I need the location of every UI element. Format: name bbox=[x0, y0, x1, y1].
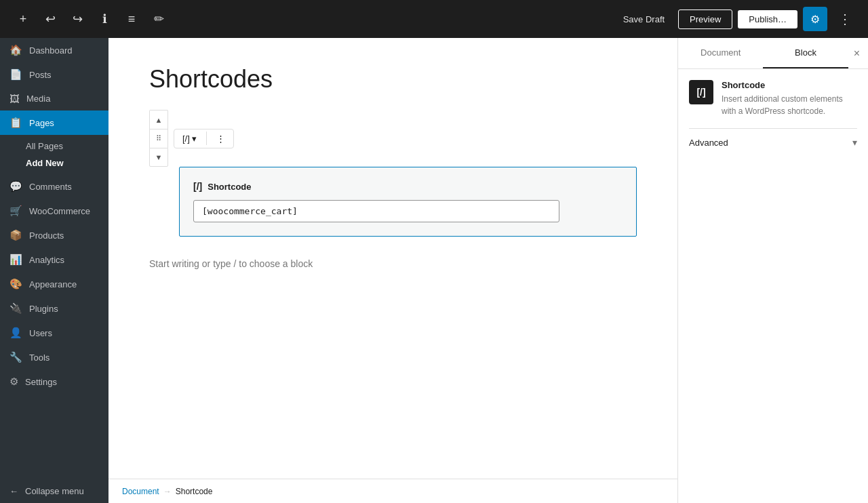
drag-handle-button[interactable]: ⠿ bbox=[149, 129, 168, 148]
posts-icon: 📄 bbox=[9, 68, 22, 81]
sidebar-item-appearance[interactable]: 🎨 Appearance bbox=[0, 272, 108, 296]
undo-button[interactable]: ↩ bbox=[38, 7, 62, 31]
sidebar-item-settings[interactable]: ⚙ Settings bbox=[0, 369, 108, 394]
block-info-icon: [/] bbox=[689, 80, 713, 104]
advanced-section: Advanced ▾ bbox=[689, 128, 857, 156]
sidebar-sub-all-pages[interactable]: All Pages bbox=[0, 138, 108, 155]
analytics-icon: 📊 bbox=[9, 254, 22, 266]
sidebar-item-media[interactable]: 🖼 Media bbox=[0, 87, 108, 110]
media-icon: 🖼 bbox=[9, 93, 20, 104]
advanced-label: Advanced bbox=[689, 138, 728, 148]
sidebar-item-label: WooCommerce bbox=[29, 206, 90, 216]
edit-button[interactable]: ✏ bbox=[146, 7, 171, 31]
block-info-card: [/] Shortcode Insert additional custom e… bbox=[689, 80, 857, 117]
sidebar-item-label: Posts bbox=[29, 70, 52, 80]
products-icon: 📦 bbox=[9, 229, 22, 241]
top-toolbar: + ↩ ↪ ℹ ≡ ✏ Save Draft Preview Publish… … bbox=[0, 0, 868, 38]
editor-breadcrumb: Document → Shortcode bbox=[108, 479, 677, 503]
sidebar-item-products[interactable]: 📦 Products bbox=[0, 223, 108, 247]
toolbar-separator bbox=[206, 132, 207, 145]
sidebar-item-label: Tools bbox=[29, 353, 50, 363]
sidebar-item-analytics[interactable]: 📊 Analytics bbox=[0, 247, 108, 272]
block-controls-bar: ▲ ⠿ ▼ [/] ▾ ⋮ bbox=[149, 110, 637, 167]
block-info-text: Shortcode Insert additional custom eleme… bbox=[722, 80, 857, 117]
add-block-button[interactable]: + bbox=[11, 7, 35, 31]
redo-icon: ↪ bbox=[73, 12, 83, 26]
undo-icon: ↩ bbox=[45, 12, 56, 26]
add-block-hint[interactable]: Start writing or type / to choose a bloc… bbox=[149, 253, 637, 275]
options-dots-icon: ⋮ bbox=[216, 134, 225, 144]
pages-submenu: All Pages Add New bbox=[0, 135, 108, 174]
sidebar-item-label: Products bbox=[29, 230, 64, 241]
editor-area: Shortcodes ▲ ⠿ ▼ [/] bbox=[108, 38, 677, 479]
advanced-toggle-button[interactable]: Advanced ▾ bbox=[689, 129, 857, 156]
list-view-button[interactable]: ≡ bbox=[119, 7, 144, 31]
sidebar-item-users[interactable]: 👤 Users bbox=[0, 321, 108, 345]
right-panel: Document Block × [/] Shortcode Insert ad… bbox=[677, 38, 868, 503]
save-draft-button[interactable]: Save Draft bbox=[615, 10, 673, 28]
panel-content: [/] Shortcode Insert additional custom e… bbox=[678, 69, 868, 503]
edit-icon: ✏ bbox=[154, 12, 164, 26]
collapse-label: Collapse menu bbox=[25, 486, 84, 496]
block-toolbar: [/] ▾ ⋮ bbox=[174, 129, 234, 148]
block-type-button[interactable]: [/] ▾ bbox=[177, 131, 202, 146]
shortcode-block-header: [/] Shortcode bbox=[193, 181, 623, 192]
sidebar-item-label: Settings bbox=[25, 377, 57, 387]
block-info-name: Shortcode bbox=[722, 80, 857, 90]
sidebar-item-comments[interactable]: 💬 Comments bbox=[0, 174, 108, 199]
sidebar-item-label: Pages bbox=[29, 118, 54, 128]
block-wrapper: ▲ ⠿ ▼ [/] ▾ ⋮ bbox=[149, 110, 637, 247]
collapse-menu-button[interactable]: ← Collapse menu bbox=[0, 479, 108, 503]
preview-button[interactable]: Preview bbox=[678, 9, 732, 29]
content-wrapper: Shortcodes ▲ ⠿ ▼ [/] bbox=[108, 38, 868, 503]
sidebar-sub-add-new[interactable]: Add New bbox=[0, 155, 108, 172]
gear-icon: ⚙ bbox=[810, 13, 820, 26]
sidebar-item-label: Users bbox=[29, 328, 52, 338]
tab-block[interactable]: Block bbox=[763, 38, 848, 68]
sidebar-item-woocommerce[interactable]: 🛒 WooCommerce bbox=[0, 199, 108, 223]
appearance-icon: 🎨 bbox=[9, 278, 22, 290]
panel-close-button[interactable]: × bbox=[848, 42, 865, 65]
move-up-button[interactable]: ▲ bbox=[149, 110, 168, 129]
block-options-button[interactable]: ⋮ bbox=[211, 131, 231, 146]
breadcrumb-current: Shortcode bbox=[176, 487, 213, 496]
sidebar-item-pages[interactable]: 📋 Pages bbox=[0, 110, 108, 135]
woocommerce-icon: 🛒 bbox=[9, 205, 22, 217]
shortcode-header-icon: [/] bbox=[193, 181, 202, 192]
move-down-button[interactable]: ▼ bbox=[149, 148, 168, 167]
sidebar-item-tools[interactable]: 🔧 Tools bbox=[0, 345, 108, 369]
add-icon: + bbox=[20, 12, 27, 26]
more-options-button[interactable]: ⋮ bbox=[833, 7, 857, 31]
panel-tabs: Document Block × bbox=[678, 38, 868, 69]
dashboard-icon: 🏠 bbox=[9, 44, 22, 56]
sidebar-item-label: Analytics bbox=[29, 255, 64, 265]
sidebar-item-label: Appearance bbox=[29, 279, 77, 289]
info-icon: ℹ bbox=[102, 12, 107, 26]
collapse-icon: ← bbox=[9, 486, 18, 496]
publish-button[interactable]: Publish… bbox=[738, 10, 797, 28]
tools-icon: 🔧 bbox=[9, 351, 22, 363]
sidebar-item-label: Media bbox=[26, 94, 50, 104]
users-icon: 👤 bbox=[9, 327, 22, 339]
sidebar-item-dashboard[interactable]: 🏠 Dashboard bbox=[0, 38, 108, 62]
block-info-description: Insert additional custom elements with a… bbox=[722, 93, 857, 117]
page-title[interactable]: Shortcodes bbox=[149, 65, 637, 94]
shortcode-input[interactable] bbox=[193, 200, 559, 222]
shortcode-block-label: Shortcode bbox=[208, 182, 251, 192]
content-area: Shortcodes ▲ ⠿ ▼ [/] bbox=[108, 38, 677, 503]
settings-button[interactable]: ⚙ bbox=[803, 7, 827, 31]
sidebar-item-plugins[interactable]: 🔌 Plugins bbox=[0, 296, 108, 321]
plugins-icon: 🔌 bbox=[9, 302, 22, 315]
sidebar-item-posts[interactable]: 📄 Posts bbox=[0, 62, 108, 87]
shortcode-block: [/] Shortcode bbox=[179, 167, 637, 237]
tab-document[interactable]: Document bbox=[678, 38, 763, 68]
shortcode-block-icon: [/] bbox=[182, 134, 190, 144]
sidebar-item-label: Comments bbox=[29, 182, 72, 192]
redo-button[interactable]: ↪ bbox=[65, 7, 90, 31]
breadcrumb-document-link[interactable]: Document bbox=[122, 487, 159, 496]
list-icon: ≡ bbox=[128, 12, 136, 26]
sidebar: 🏠 Dashboard 📄 Posts 🖼 Media 📋 Pages All … bbox=[0, 38, 108, 503]
main-layout: 🏠 Dashboard 📄 Posts 🖼 Media 📋 Pages All … bbox=[0, 38, 868, 503]
info-button[interactable]: ℹ bbox=[92, 7, 117, 31]
sidebar-item-label: Dashboard bbox=[29, 45, 73, 56]
